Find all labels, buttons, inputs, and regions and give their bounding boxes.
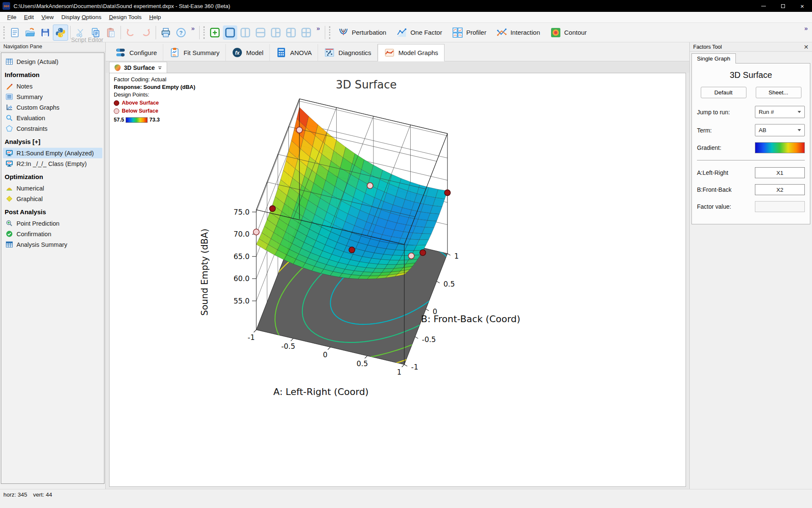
subtab-dropdown-icon[interactable] (157, 65, 162, 70)
factor-a-value[interactable]: X1 (755, 167, 805, 178)
redo-button[interactable] (138, 25, 154, 41)
sidebar-item-evaluation[interactable]: Evaluation (3, 113, 102, 123)
help-button[interactable]: ? (173, 25, 189, 41)
layout-two-rows-button[interactable] (253, 25, 268, 40)
factors-divider (697, 160, 805, 160)
close-button[interactable]: × (793, 0, 812, 12)
layout-two-columns-button[interactable] (238, 25, 252, 40)
layout-grid-button[interactable] (299, 25, 313, 40)
sidebar-item-confirmation[interactable]: Confirmation (3, 229, 102, 239)
sidebar-item-numerical[interactable]: Numerical (3, 183, 102, 193)
svg-text:0: 0 (323, 351, 328, 359)
legend-above-label: Above Surface (122, 99, 159, 107)
print-button[interactable] (158, 25, 173, 41)
profiler-button[interactable]: Profiler (447, 25, 491, 40)
menu-edit[interactable]: Edit (20, 12, 38, 22)
model-graphs-icon (384, 47, 395, 58)
gradient-bar[interactable] (755, 142, 805, 153)
factor-b-value[interactable]: X2 (755, 184, 805, 195)
point-prediction-icon (5, 220, 13, 227)
factor-value-input[interactable] (755, 201, 805, 212)
menu-display-options[interactable]: Display Options (58, 12, 105, 22)
title-bar: 360 C:\Users\MarkAnderson\Documents\Data… (0, 0, 812, 12)
undo-button[interactable] (123, 25, 138, 41)
layout-single-button[interactable] (223, 25, 237, 40)
toolbar-overflow-right-icon[interactable]: » (802, 25, 810, 32)
interaction-icon (497, 27, 508, 38)
add-pane-button[interactable] (208, 25, 222, 40)
legend-below-label: Below Surface (122, 107, 158, 115)
default-button[interactable]: Default (701, 87, 746, 98)
svg-text:1: 1 (454, 252, 459, 260)
svg-text:65.0: 65.0 (233, 252, 250, 261)
toolbar-drag-handle-3[interactable] (329, 26, 331, 39)
sidebar-item-r2-class[interactable]: R2:In _/_/_ Class (Empty) (3, 158, 102, 169)
contour-button[interactable]: Contour (545, 25, 592, 40)
3d-surface-plot[interactable]: 55.060.065.070.075.0-1-0.500.51-1-0.500.… (110, 73, 686, 486)
interaction-button[interactable]: Interaction (491, 25, 545, 40)
sidebar-item-r1-sound-empty[interactable]: R1:Sound Empty (Analyzed) (3, 148, 102, 158)
tab-configure[interactable]: Configure (109, 44, 163, 61)
sidebar-item-analysis-summary[interactable]: Analysis Summary (3, 239, 102, 250)
sheet-button[interactable]: Sheet... (756, 87, 801, 98)
graph-subtab-bar: 3D Surface (106, 61, 689, 73)
script-editor-button[interactable] (53, 25, 68, 41)
toolbar-overflow-icon[interactable]: » (189, 25, 197, 32)
menu-bar: File Edit View Display Options Design To… (0, 12, 812, 23)
sidebar-item-custom-graphs[interactable]: Custom Graphs (3, 102, 102, 113)
jump-to-run-select[interactable]: Run # (755, 106, 805, 118)
window-title: C:\Users\MarkAnderson\Documents\Data\Sou… (14, 3, 230, 9)
layout-split-right-button[interactable] (269, 25, 283, 40)
open-folder-icon (25, 27, 36, 38)
status-vert: vert: 44 (33, 491, 52, 508)
sidebar-item-constraints[interactable]: Constraints (3, 123, 102, 134)
chevron-down-icon (798, 111, 801, 113)
contour-icon (550, 27, 561, 38)
numerical-icon (5, 185, 13, 192)
tab-fit-summary[interactable]: Fit Summary (163, 44, 226, 61)
one-factor-button[interactable]: One Factor (391, 25, 447, 40)
add-pane-icon (209, 27, 221, 39)
new-file-button[interactable] (7, 25, 22, 41)
tab-anova[interactable]: ANOVA (270, 44, 318, 61)
menu-view[interactable]: View (38, 12, 58, 22)
one-factor-icon (396, 27, 407, 38)
open-file-button[interactable] (22, 25, 38, 41)
chevron-down-icon (798, 129, 801, 131)
jump-to-run-label: Jump to run: (697, 109, 730, 116)
svg-text:75.0: 75.0 (233, 208, 250, 216)
legend-response: Response: Sound Empty (dBA) (114, 83, 195, 91)
toolbar-drag-handle-2[interactable] (203, 26, 206, 39)
tab-single-graph[interactable]: Single Graph (691, 53, 736, 64)
cut-button[interactable] (73, 25, 88, 41)
legend-max: 73.3 (149, 116, 159, 124)
subtab-3d-surface[interactable]: 3D Surface (109, 62, 167, 73)
constraints-icon (5, 125, 13, 132)
sidebar-item-notes[interactable]: Notes (3, 81, 102, 91)
sidebar-item-summary[interactable]: Summary (3, 91, 102, 102)
sidebar-item-graphical[interactable]: Graphical (3, 193, 102, 204)
sidebar-item-design[interactable]: Design (Actual) (3, 56, 102, 67)
minimize-button[interactable] (754, 0, 773, 12)
factors-close-icon[interactable]: ✕ (804, 44, 809, 50)
menu-help[interactable]: Help (145, 12, 165, 22)
menu-file[interactable]: File (3, 12, 20, 22)
term-select[interactable]: AB (755, 124, 805, 136)
app-window: 360 C:\Users\MarkAnderson\Documents\Data… (0, 0, 812, 508)
copy-button[interactable] (88, 25, 103, 41)
maximize-button[interactable] (773, 0, 793, 12)
save-button[interactable] (38, 25, 53, 41)
sidebar-item-point-prediction[interactable]: Point Prediction (3, 218, 102, 229)
perturbation-button[interactable]: Perturbation (333, 25, 392, 40)
layout-split-left-button[interactable] (284, 25, 298, 40)
tab-diagnostics[interactable]: Diagnostics (318, 44, 378, 61)
factors-tool-body: 3D Surface Default Sheet... Jump to run:… (691, 63, 810, 224)
toolbar-drag-handle[interactable] (3, 26, 5, 39)
response-analyzed-icon (5, 149, 13, 157)
pane-overflow-icon[interactable]: » (314, 25, 322, 32)
tab-model-graphs[interactable]: Model Graphs (378, 44, 444, 61)
response-empty-icon (5, 160, 13, 167)
paste-button[interactable] (103, 25, 118, 41)
menu-design-tools[interactable]: Design Tools (105, 12, 145, 22)
tab-model[interactable]: fxModel (226, 44, 270, 61)
